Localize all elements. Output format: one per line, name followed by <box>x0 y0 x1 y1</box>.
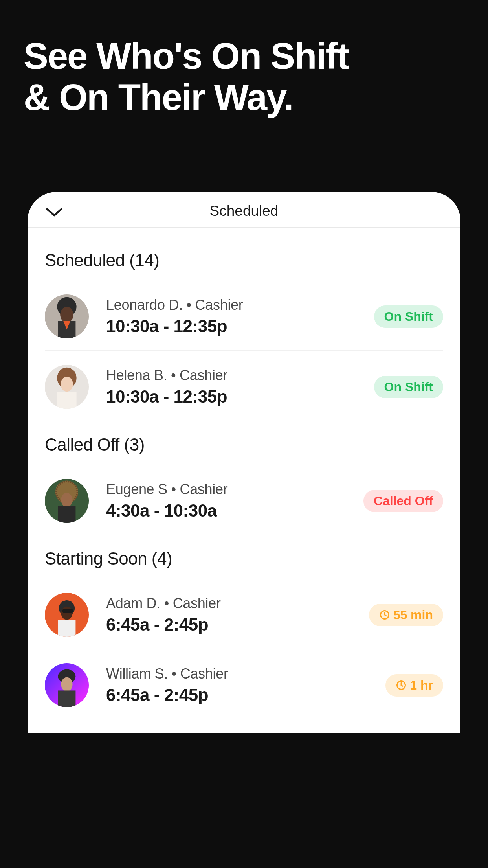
svg-rect-17 <box>62 609 73 613</box>
status-badge-onshift: On Shift <box>374 305 443 328</box>
time-badge: 1 hr <box>385 674 443 697</box>
clock-icon <box>379 609 390 620</box>
phone-frame: Scheduled Scheduled (14) Leonardo D. • C… <box>28 192 460 733</box>
time-badge: 55 min <box>369 604 443 626</box>
hero-headline: See Who's On Shift & On Their Way. <box>0 0 488 118</box>
shift-row[interactable]: William S. • Cashier 6:45a - 2:45p 1 hr <box>45 656 443 719</box>
avatar <box>45 593 89 637</box>
content-area: Scheduled (14) Leonardo D. • Cashier 10:… <box>28 228 460 719</box>
shift-info: William S. • Cashier 6:45a - 2:45p <box>106 666 385 705</box>
section-title-calledoff: Called Off (3) <box>45 435 443 454</box>
svg-point-12 <box>61 493 72 507</box>
shift-info: Eugene S • Cashier 4:30a - 10:30a <box>106 481 363 520</box>
badge-label: Called Off <box>374 494 433 508</box>
screen-header: Scheduled <box>28 192 460 228</box>
status-badge-onshift: On Shift <box>374 376 443 398</box>
section-startingsoon: Starting Soon (4) Adam D. • Cashier 6:45… <box>45 549 443 719</box>
shift-time: 10:30a - 12:35p <box>106 316 374 336</box>
section-title-scheduled: Scheduled (14) <box>45 250 443 270</box>
chevron-down-icon[interactable] <box>46 207 63 219</box>
hero-line-2: & On Their Way. <box>24 77 464 118</box>
clock-icon <box>396 680 407 691</box>
shift-row[interactable]: Eugene S • Cashier 4:30a - 10:30a Called… <box>45 472 443 535</box>
svg-rect-8 <box>57 392 76 409</box>
shift-name: Adam D. • Cashier <box>106 595 369 612</box>
svg-rect-18 <box>58 620 76 637</box>
svg-rect-13 <box>58 506 76 523</box>
shift-name: William S. • Cashier <box>106 666 385 682</box>
svg-point-16 <box>61 607 72 620</box>
section-calledoff: Called Off (3) Eugene S • Cashier 4:30a … <box>45 435 443 535</box>
status-badge-calledoff: Called Off <box>363 490 443 512</box>
shift-time: 6:45a - 2:45p <box>106 685 385 705</box>
svg-rect-23 <box>58 690 76 707</box>
shift-name: Leonardo D. • Cashier <box>106 297 374 313</box>
shift-time: 6:45a - 2:45p <box>106 615 369 634</box>
badge-label: On Shift <box>384 380 433 394</box>
shift-time: 10:30a - 12:35p <box>106 387 374 406</box>
avatar <box>45 663 89 707</box>
shift-row[interactable]: Adam D. • Cashier 6:45a - 2:45p 55 min <box>45 586 443 649</box>
shift-info: Adam D. • Cashier 6:45a - 2:45p <box>106 595 369 634</box>
badge-label: 55 min <box>393 608 433 622</box>
avatar <box>45 479 89 523</box>
shift-name: Helena B. • Cashier <box>106 367 374 384</box>
section-scheduled: Scheduled (14) Leonardo D. • Cashier 10:… <box>45 250 443 421</box>
badge-label: 1 hr <box>410 678 433 693</box>
avatar <box>45 294 89 338</box>
shift-row[interactable]: Leonardo D. • Cashier 10:30a - 12:35p On… <box>45 287 443 351</box>
shift-info: Helena B. • Cashier 10:30a - 12:35p <box>106 367 374 406</box>
shift-info: Leonardo D. • Cashier 10:30a - 12:35p <box>106 297 374 336</box>
shift-row[interactable]: Helena B. • Cashier 10:30a - 12:35p On S… <box>45 358 443 421</box>
svg-point-22 <box>61 677 72 691</box>
header-title: Scheduled <box>210 203 279 219</box>
section-title-startingsoon: Starting Soon (4) <box>45 549 443 568</box>
hero-line-1: See Who's On Shift <box>24 35 464 77</box>
svg-point-2 <box>60 307 73 322</box>
svg-point-7 <box>61 377 73 392</box>
shift-time: 4:30a - 10:30a <box>106 501 363 520</box>
shift-name: Eugene S • Cashier <box>106 481 363 498</box>
avatar <box>45 365 89 409</box>
badge-label: On Shift <box>384 309 433 324</box>
